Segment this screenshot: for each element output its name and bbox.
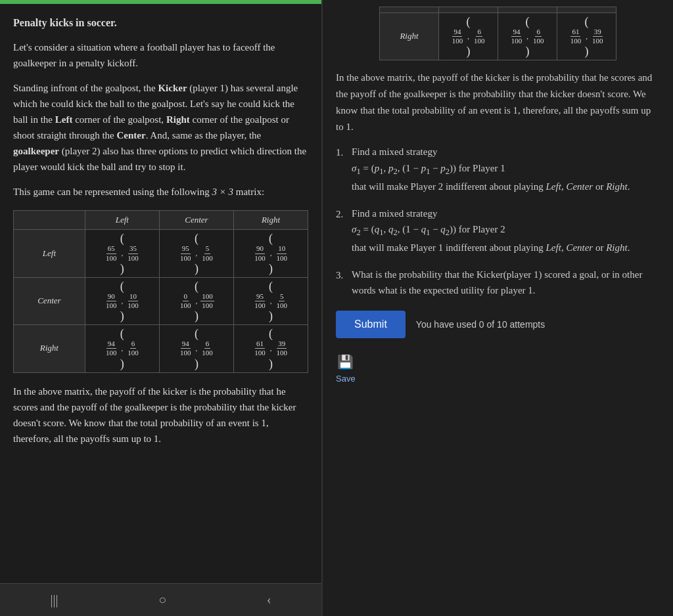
cell-center-right: ( 95100 , 5100 ) <box>233 277 308 324</box>
back-icon[interactable]: ‹ <box>267 592 271 607</box>
row-label-left: Left <box>14 230 85 277</box>
cell-right-left: ( 94100 , 6100 ) <box>85 325 159 372</box>
cell-left-right: ( 90100 , 10100 ) <box>233 230 308 277</box>
menu-icon[interactable]: ||| <box>50 592 58 607</box>
left-content: Penalty kicks in soccer. Let's consider … <box>0 4 321 583</box>
col-header-right: Right <box>233 210 308 230</box>
right-description: In the above matrix, the payoff of the k… <box>336 70 660 135</box>
task-list: 1. Find a mixed strategy σ1 = (p1, p2, (… <box>336 144 660 299</box>
task-num-2: 2. <box>336 206 352 223</box>
cell-center-left: ( 90100 , 10100 ) <box>85 277 159 324</box>
cell-right-right: ( 61100 , 39100 ) <box>233 325 308 372</box>
row-label-right: Right <box>14 325 85 372</box>
top-cell-2: ( 94100 , 6100 ) <box>498 13 557 60</box>
cell-left-center: ( 95100 , 5100 ) <box>159 230 233 277</box>
right-content: Right ( 94100 , 6100 ) <box>323 0 673 616</box>
task-num-1: 1. <box>336 144 352 161</box>
col-header-left: Left <box>85 210 159 230</box>
top-col-3 <box>557 7 616 13</box>
task-content-1: Find a mixed strategy σ1 = (p1, p2, (1 −… <box>352 144 660 194</box>
intro-p1: Let's consider a situation where a footb… <box>13 39 308 71</box>
intro-title: Penalty kicks in soccer. <box>13 14 308 32</box>
top-row-label-right: Right <box>380 13 439 60</box>
cell-center-center: ( 0100 , 100100 ) <box>159 277 233 324</box>
save-icon: 💾 <box>337 351 354 372</box>
top-cell-3: ( 61100 , 39100 ) <box>557 13 616 60</box>
list-item: 3. What is the probability that the Kick… <box>336 267 660 299</box>
cell-right-center: ( 94100 , 6100 ) <box>159 325 233 372</box>
top-partial-matrix: Right ( 94100 , 6100 ) <box>379 7 616 60</box>
task-num-3: 3. <box>336 267 352 284</box>
table-row: Left ( 65100 , 35100 ) <box>14 230 308 277</box>
table-row: Right ( 94100 , 6100 ) <box>380 13 616 60</box>
submit-area: Submit You have used 0 of 10 attempts <box>336 311 660 338</box>
task-content-2: Find a mixed strategy σ2 = (q1, q2, (1 −… <box>352 206 660 256</box>
top-col-2 <box>498 7 557 13</box>
row-label-center: Center <box>14 277 85 324</box>
attempt-text: You have used 0 of 10 attempts <box>416 317 545 332</box>
nav-bar: ||| ○ ‹ <box>0 583 321 616</box>
submit-button[interactable]: Submit <box>336 311 406 338</box>
cell-left-left: ( 65100 , 35100 ) <box>85 230 159 277</box>
table-row: Center ( 90100 , 10100 ) <box>14 277 308 324</box>
top-col-1 <box>439 7 498 13</box>
top-matrix-corner <box>380 7 439 13</box>
matrix-corner <box>14 210 85 230</box>
save-area: 💾 Save <box>336 351 660 386</box>
top-cell-1: ( 94100 , 6100 ) <box>439 13 498 60</box>
task-content-3: What is the probability that the Kicker(… <box>352 267 660 299</box>
list-item: 1. Find a mixed strategy σ1 = (p1, p2, (… <box>336 144 660 194</box>
table-row: Right ( 94100 , 6100 ) <box>14 325 308 372</box>
save-label: Save <box>336 372 356 386</box>
intro-p2: Standing infront of the goalpost, the Ki… <box>13 80 308 175</box>
left-bottom-text: In the above matrix, the payoff of the k… <box>13 384 308 447</box>
save-button[interactable]: 💾 Save <box>336 351 356 386</box>
intro-p3: This game can be represented using the f… <box>13 184 308 200</box>
col-header-center: Center <box>159 210 233 230</box>
game-matrix: Left Center Right Left ( 65100 , <box>13 210 308 373</box>
home-icon[interactable]: ○ <box>158 592 166 607</box>
left-panel: Penalty kicks in soccer. Let's consider … <box>0 0 321 616</box>
list-item: 2. Find a mixed strategy σ2 = (q1, q2, (… <box>336 206 660 256</box>
right-panel: Right ( 94100 , 6100 ) <box>323 0 673 616</box>
